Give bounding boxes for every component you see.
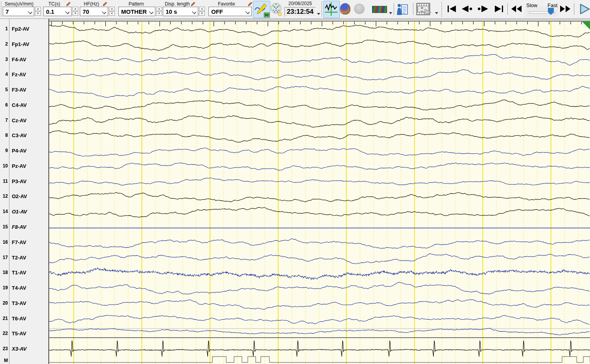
- disp-length-spin-up-button[interactable]: ▲: [199, 7, 205, 11]
- hf-spin-down-button[interactable]: ▼: [109, 11, 115, 16]
- channel-row[interactable]: 11P3-AV: [0, 178, 48, 186]
- channel-row[interactable]: 6C4-AV: [0, 102, 48, 110]
- chevron-down-icon: [245, 10, 250, 14]
- channel-label: T1-AV: [12, 270, 26, 276]
- head-map-button[interactable]: [340, 3, 350, 15]
- channel-row[interactable]: 23X3-AV: [0, 346, 48, 354]
- sens-spin-down-button[interactable]: ▼: [35, 11, 41, 16]
- step-forward-button[interactable]: [478, 6, 488, 12]
- chevron-down-icon: [192, 10, 196, 14]
- favorite-edit-pencil-icon[interactable]: [247, 1, 253, 6]
- fast-forward-button[interactable]: [560, 6, 570, 12]
- step-back-button[interactable]: [462, 6, 472, 12]
- pattern-spin-down-button[interactable]: ▼: [156, 11, 162, 16]
- channel-label: P3-AV: [12, 178, 26, 184]
- patient-info-button[interactable]: [396, 3, 408, 16]
- datetime-dropdown-caret[interactable]: [317, 13, 320, 15]
- channel-label: T4-AV: [12, 285, 26, 291]
- toolbar-grip[interactable]: [441, 2, 442, 17]
- toolbar-grip[interactable]: [321, 2, 322, 17]
- channel-label: Cz-AV: [12, 118, 26, 123]
- eeg-trace-display: [49, 22, 590, 364]
- channel-number: 20: [1, 300, 8, 306]
- trace-view-button[interactable]: [323, 1, 340, 18]
- sidebar-divider: [9, 18, 9, 364]
- go-to-start-button[interactable]: [448, 6, 456, 12]
- toolbar: Sens(uV/mm) 7 ▲ ▼ TC(s) 0.1 ▲ ▼ HF(Hz) 7…: [0, 0, 590, 19]
- channel-number: 15: [1, 224, 8, 230]
- hf-spin-up-button[interactable]: ▲: [109, 7, 115, 11]
- video-button[interactable]: [416, 3, 432, 16]
- tc-spinner: ▲ ▼: [72, 7, 78, 16]
- channel-number: 11: [1, 178, 8, 184]
- channel-row[interactable]: 18T1-AV: [0, 270, 48, 278]
- channel-row[interactable]: 3F4-AV: [0, 57, 48, 64]
- video-filmstrip-icon: [416, 3, 432, 16]
- channel-row[interactable]: 7Cz-AV: [0, 118, 48, 125]
- electrode-head-icon: ⚙: [270, 2, 283, 17]
- channel-row[interactable]: 22T5-AV: [0, 331, 48, 338]
- channel-row[interactable]: 1Fp2-AV: [0, 26, 48, 34]
- channel-row[interactable]: 8C3-AV: [0, 132, 48, 140]
- head-map-icon: [340, 3, 350, 15]
- channel-label: X3-AV: [12, 346, 26, 352]
- channel-row[interactable]: 4Fz-AV: [0, 72, 48, 79]
- channel-label: O1-AV: [12, 209, 27, 215]
- toolbar-separator: [394, 3, 394, 15]
- channel-row[interactable]: 5F3-AV: [0, 87, 48, 95]
- sens-spin-up-button[interactable]: ▲: [35, 7, 41, 11]
- channel-row[interactable]: 9P4-AV: [0, 148, 48, 156]
- eeg-trace-icon: [324, 1, 339, 17]
- channel-number: 19: [1, 285, 8, 290]
- chevron-down-icon: [65, 10, 70, 14]
- disp-length-edit-pencil-icon[interactable]: [190, 1, 196, 6]
- hf-combobox[interactable]: 70: [80, 7, 108, 16]
- hf-edit-pencil-icon[interactable]: [102, 1, 108, 6]
- pattern-combobox[interactable]: MOTHER: [118, 7, 155, 16]
- channel-row[interactable]: 20T3-AV: [0, 300, 48, 308]
- channel-number: 17: [1, 255, 8, 260]
- disp-length-spin-down-button[interactable]: ▼: [199, 11, 205, 16]
- channel-row[interactable]: 21T6-AV: [0, 316, 48, 324]
- spectrogram-icon: [372, 6, 387, 13]
- channel-row[interactable]: 19T4-AV: [0, 285, 48, 293]
- spectrogram-button[interactable]: [372, 6, 387, 13]
- channel-row[interactable]: 16F7-AV: [0, 239, 48, 247]
- channel-row[interactable]: 17T2-AV: [0, 255, 48, 263]
- channel-sidebar: 1Fp2-AV2Fp1-AV3F4-AV4Fz-AV5F3-AV6C4-AV7C…: [0, 18, 48, 364]
- channel-row[interactable]: 14O1-AV: [0, 209, 48, 217]
- notch-filter-50hz-button[interactable]: 50: [253, 1, 270, 18]
- datetime-display: 20/06/2025 23:12:54: [284, 1, 316, 17]
- tc-edit-pencil-icon[interactable]: [66, 1, 71, 6]
- slider-slow-label: Slow: [526, 2, 537, 8]
- channel-row[interactable]: 15F8-AV: [0, 224, 48, 232]
- channel-row[interactable]: 12O2-AV: [0, 193, 48, 201]
- toolbar-grip[interactable]: [1, 2, 2, 17]
- pattern-spin-up-button[interactable]: ▲: [156, 7, 162, 11]
- rewind-button[interactable]: [511, 6, 522, 12]
- channel-row[interactable]: 2Fp1-AV: [0, 41, 48, 49]
- channel-number: 6: [1, 102, 8, 108]
- video-dropdown-caret[interactable]: [435, 12, 438, 14]
- montage-settings-button[interactable]: ⚙: [270, 2, 283, 17]
- tc-spin-up-button[interactable]: ▲: [72, 7, 78, 11]
- time-ruler-bar: [49, 18, 590, 22]
- tc-spin-down-button[interactable]: ▼: [72, 11, 78, 16]
- favorite-combobox[interactable]: OFF: [208, 7, 252, 16]
- notch-50-badge: 50: [264, 13, 269, 17]
- marker-row[interactable]: M: [0, 358, 48, 364]
- go-to-end-button[interactable]: [495, 6, 503, 12]
- channel-row[interactable]: 10Pz-AV: [0, 163, 48, 171]
- channel-number: 21: [1, 316, 8, 321]
- channel-number: 18: [1, 270, 8, 275]
- channel-number: 16: [1, 239, 8, 245]
- time-display: 23:12:54: [284, 7, 316, 17]
- channel-number: 2: [1, 41, 8, 47]
- view-dropdown-caret[interactable]: [389, 12, 392, 14]
- channel-label: C3-AV: [12, 132, 27, 138]
- play-button[interactable]: [579, 3, 590, 15]
- disp-length-combobox[interactable]: 10 s: [163, 7, 198, 16]
- sens-combobox[interactable]: 7: [3, 7, 34, 16]
- toolbar-separator: [574, 3, 574, 15]
- tc-combobox[interactable]: 0.1: [43, 7, 72, 16]
